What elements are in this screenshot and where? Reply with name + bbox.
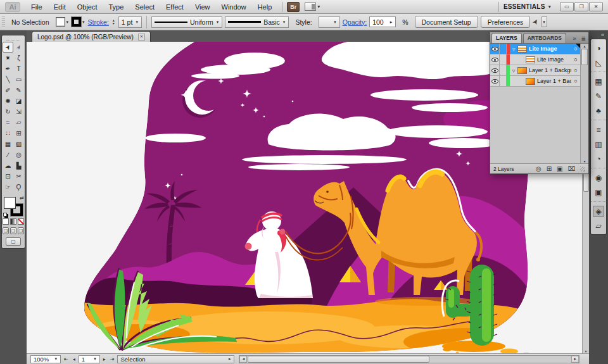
target-circle-icon[interactable]: ○ xyxy=(571,46,580,52)
layer-name[interactable]: Lite Image xyxy=(529,46,571,52)
status-indicator[interactable]: Selection ▸ xyxy=(117,355,234,363)
lock-toggle[interactable] xyxy=(500,54,507,65)
symbol-sprayer-tool[interactable]: ☁ xyxy=(3,160,13,171)
fill-proxy[interactable] xyxy=(4,197,16,209)
layers-panel-button[interactable]: ◈ xyxy=(591,201,606,218)
default-fill-stroke-icon[interactable] xyxy=(3,213,7,217)
lock-toggle[interactable] xyxy=(500,76,507,86)
layers-scrollbar[interactable]: ▴ ▾ xyxy=(580,44,588,163)
layer-row[interactable]: Lite Image○ xyxy=(490,54,580,65)
prev-artboard-button[interactable]: ◂ xyxy=(72,356,77,362)
selection-tool[interactable]: ➤ xyxy=(3,42,13,53)
gradient-panel-button[interactable]: ▥ xyxy=(591,137,606,151)
expand-triangle-icon[interactable]: ▽ xyxy=(510,68,517,73)
magic-wand-tool[interactable]: ✷ xyxy=(3,53,13,63)
tab-layers[interactable]: LAYERS xyxy=(491,33,522,43)
minimize-button[interactable]: ▭ xyxy=(560,2,574,11)
delete-layer-icon[interactable]: ⌧ xyxy=(567,165,575,172)
panel-resize-grip[interactable] xyxy=(580,166,585,172)
shape-builder-tool[interactable]: ∷ xyxy=(3,128,13,139)
visibility-toggle[interactable] xyxy=(490,65,500,75)
brush-definition-select[interactable]: Basic ▾ xyxy=(225,16,289,28)
select-similar-menu[interactable]: ▾ xyxy=(542,16,547,27)
document-setup-button[interactable]: Document Setup xyxy=(415,16,478,28)
bridge-button[interactable]: Br xyxy=(287,2,300,12)
eyedropper-tool[interactable]: ∕ xyxy=(3,149,13,160)
visibility-toggle[interactable] xyxy=(490,76,500,86)
menu-window[interactable]: Window xyxy=(216,1,252,13)
draw-normal-button[interactable]: ❏ xyxy=(3,227,9,234)
panel-drag-handle[interactable] xyxy=(6,37,20,41)
zoom-select[interactable]: 100% ▾ xyxy=(30,355,61,363)
zoom-tool[interactable]: Ϙ xyxy=(13,182,24,192)
menu-view[interactable]: View xyxy=(189,1,216,13)
new-layer-icon[interactable]: ▣ xyxy=(557,165,562,172)
close-button[interactable]: ✕ xyxy=(589,2,603,11)
menu-type[interactable]: Type xyxy=(103,1,130,13)
lasso-tool[interactable]: ζ xyxy=(13,53,24,63)
arrange-documents-button[interactable]: ▾ xyxy=(305,3,320,11)
layer-thumbnail[interactable] xyxy=(526,78,535,85)
tab-artboards[interactable]: ARTBOARDS xyxy=(523,33,566,43)
scroll-up-icon[interactable]: ▴ xyxy=(583,44,585,48)
select-similar-icon[interactable]: ➤ xyxy=(531,17,541,26)
appearance-panel-button[interactable]: ◉ xyxy=(591,168,606,185)
brushes-panel-button[interactable]: ✎ xyxy=(591,89,606,103)
first-artboard-button[interactable]: ⇤ xyxy=(63,356,70,362)
artboard-select[interactable]: 1 ▾ xyxy=(79,355,100,363)
target-circle-icon[interactable]: ○ xyxy=(571,67,580,73)
blend-tool[interactable]: ◎ xyxy=(13,149,24,160)
horizontal-scrollbar[interactable]: ◂ ▸ xyxy=(239,355,580,363)
artboard-tool[interactable]: ⊡ xyxy=(3,171,13,182)
layer-row[interactable]: Layer 1 + Bac...○ xyxy=(490,76,580,87)
gradient-tool[interactable]: ▧ xyxy=(13,139,24,149)
scale-tool[interactable]: ⇲ xyxy=(13,106,24,117)
next-artboard-button[interactable]: ▸ xyxy=(102,356,107,362)
mesh-tool[interactable]: ▦ xyxy=(3,139,13,149)
app-logo-icon[interactable]: Ai xyxy=(5,2,20,12)
visibility-toggle[interactable] xyxy=(490,54,500,65)
menu-file[interactable]: File xyxy=(25,1,48,13)
restore-button[interactable]: ❐ xyxy=(574,2,588,11)
transparency-panel-button[interactable]: ◔ xyxy=(591,151,606,166)
layer-row[interactable]: ▽Lite Image○ xyxy=(490,44,580,54)
visibility-toggle[interactable] xyxy=(490,44,500,54)
artboards-panel-button[interactable]: ▱ xyxy=(591,218,606,233)
style-select[interactable]: ▾ xyxy=(319,16,340,28)
hand-tool[interactable]: ☞ xyxy=(3,182,13,192)
paintbrush-tool[interactable]: ✐ xyxy=(3,85,13,96)
swap-fill-stroke-icon[interactable]: ⇄ xyxy=(20,195,24,201)
panel-menu-icon[interactable]: ≣ xyxy=(578,35,588,43)
rectangle-tool[interactable]: ▭ xyxy=(13,74,24,85)
stroke-swatch[interactable] xyxy=(72,17,81,27)
preferences-button[interactable]: Preferences xyxy=(481,16,531,28)
fill-swatch[interactable] xyxy=(56,17,65,27)
scroll-down-icon[interactable]: ▾ xyxy=(583,159,585,163)
direct-selection-tool[interactable]: ➢ xyxy=(13,42,24,53)
gradient-mode-button[interactable] xyxy=(10,218,16,225)
make-clipping-mask-icon[interactable]: ◎ xyxy=(536,165,542,172)
perspective-grid-tool[interactable]: ⊞ xyxy=(13,128,24,139)
free-transform-tool[interactable]: ▱ xyxy=(13,117,24,128)
stroke-link[interactable]: Stroke: xyxy=(88,18,109,26)
graph-tool[interactable]: ▙ xyxy=(13,160,24,171)
layer-thumbnail[interactable] xyxy=(517,67,527,74)
none-mode-button[interactable] xyxy=(18,218,24,225)
draw-inside-button[interactable]: ❏ xyxy=(18,227,24,234)
rotate-tool[interactable]: ↻ xyxy=(3,106,13,117)
stroke-color-control[interactable]: ▾ xyxy=(72,17,86,27)
opacity-link[interactable]: Opacity: xyxy=(343,18,367,26)
scrollbar-thumb[interactable] xyxy=(248,356,429,363)
lock-toggle[interactable] xyxy=(500,65,507,75)
layer-thumbnail[interactable] xyxy=(517,46,527,53)
stroke-weight-select[interactable]: 1 pt ▾ xyxy=(118,16,142,28)
new-sublayer-icon[interactable]: ⊞ xyxy=(547,165,552,172)
screen-mode-button[interactable]: ▢ xyxy=(6,237,21,246)
layer-name[interactable]: Layer 1 + Backgr... xyxy=(529,67,571,73)
workspace-switcher[interactable]: ESSENTIALS ▾ xyxy=(504,3,551,10)
lock-toggle[interactable] xyxy=(500,44,507,54)
document-tab[interactable]: Logo.psd @ 100% (RGB/Preview) ✕ xyxy=(32,31,151,42)
type-tool[interactable]: T xyxy=(13,63,24,74)
swatches-panel-button[interactable]: ▦ xyxy=(591,72,606,89)
eraser-tool[interactable]: ◪ xyxy=(13,96,24,106)
